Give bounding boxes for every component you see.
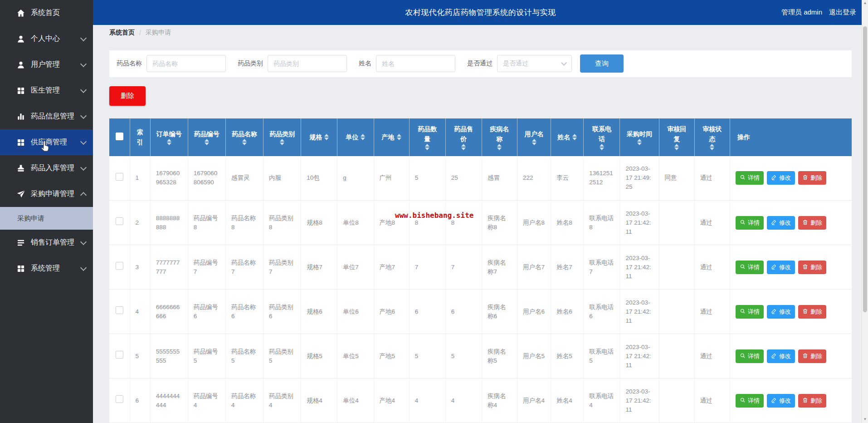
column-header-规格[interactable]: 规格 bbox=[301, 118, 337, 156]
detail-button[interactable]: 详情 bbox=[736, 394, 764, 408]
sidebar-item-10[interactable]: 系统管理 bbox=[0, 256, 93, 281]
row-checkbox[interactable] bbox=[116, 217, 123, 225]
query-button[interactable]: 查询 bbox=[580, 54, 624, 73]
column-header-用户名[interactable]: 用户名 bbox=[517, 118, 551, 156]
column-header-inner: 审核状态 bbox=[700, 124, 724, 150]
edit-button[interactable]: 修改 bbox=[767, 216, 795, 230]
sidebar-item-6[interactable]: 供应商管理 bbox=[0, 129, 93, 155]
column-header-产地[interactable]: 产地 bbox=[374, 118, 409, 156]
sort-icon[interactable] bbox=[710, 144, 714, 150]
sort-icon[interactable] bbox=[324, 134, 329, 140]
sort-icon[interactable] bbox=[674, 144, 679, 150]
sort-icon[interactable] bbox=[497, 144, 502, 150]
column-header-药品类别[interactable]: 药品类别 bbox=[263, 118, 301, 156]
sidebar-item-3[interactable]: 用户管理 bbox=[0, 52, 93, 78]
detail-button[interactable]: 详情 bbox=[736, 349, 764, 363]
sidebar-item-2[interactable]: 个人中心 bbox=[0, 26, 93, 52]
app-root: 系统首页个人中心用户管理医生管理药品信息管理供应商管理药品入库管理采购申请管理采… bbox=[0, 0, 868, 423]
detail-button[interactable]: 详情 bbox=[736, 216, 764, 230]
edit-button[interactable]: 修改 bbox=[767, 261, 795, 274]
column-header-药品数量[interactable]: 药品数量 bbox=[409, 118, 445, 156]
row-checkbox[interactable] bbox=[116, 262, 123, 270]
search-input-2[interactable] bbox=[268, 55, 347, 72]
action-label: 修改 bbox=[779, 174, 791, 182]
column-header-联系电话[interactable]: 联系电话 bbox=[584, 118, 620, 156]
edit-button[interactable]: 修改 bbox=[767, 305, 795, 319]
cell-审核回复: 同意 bbox=[659, 156, 694, 201]
cell-单位: 单位8 bbox=[337, 201, 374, 245]
breadcrumb-home[interactable]: 系统首页 bbox=[109, 29, 135, 37]
detail-button[interactable]: 详情 bbox=[736, 171, 764, 185]
admin-user-link[interactable]: 管理员 admin bbox=[781, 8, 822, 17]
row-checkbox[interactable] bbox=[116, 306, 123, 314]
column-header-审核回复[interactable]: 审核回复 bbox=[659, 118, 694, 156]
scrollbar-thumb[interactable] bbox=[863, 26, 867, 312]
row-checkbox[interactable] bbox=[116, 173, 123, 181]
scrollbar-down-icon[interactable]: ▼ bbox=[862, 417, 868, 422]
delete-button[interactable]: 删除 bbox=[798, 305, 826, 319]
cell-联系电话: 联系电话8 bbox=[584, 201, 620, 245]
sort-icon[interactable] bbox=[167, 139, 171, 145]
cell-审核状态: 通过 bbox=[694, 290, 730, 334]
sort-icon[interactable] bbox=[205, 139, 209, 145]
delete-button[interactable]: 删除 bbox=[798, 261, 826, 274]
search-input-1[interactable] bbox=[146, 55, 226, 72]
sidebar-item-8[interactable]: 采购申请管理 bbox=[0, 181, 93, 207]
edit-button[interactable]: 修改 bbox=[767, 394, 795, 408]
logout-link[interactable]: 退出登录 bbox=[829, 8, 856, 17]
delete-button[interactable]: 删除 bbox=[798, 171, 826, 185]
sort-icon[interactable] bbox=[572, 134, 577, 140]
search-select[interactable]: 是否通过 bbox=[497, 55, 572, 72]
column-header-审核状态[interactable]: 审核状态 bbox=[694, 118, 730, 156]
vertical-scrollbar[interactable]: ▲ ▼ bbox=[862, 0, 868, 423]
sort-icon[interactable] bbox=[397, 134, 401, 140]
sort-icon[interactable] bbox=[361, 134, 365, 140]
column-header-索引: 索引 bbox=[130, 118, 150, 156]
cell-疾病名称: 疾病名称6 bbox=[482, 290, 517, 334]
cell-姓名: 姓名7 bbox=[551, 245, 584, 290]
cell-订单编号: 5555555555 bbox=[150, 334, 188, 379]
delete-button[interactable]: 删除 bbox=[798, 349, 826, 363]
column-header-订单编号[interactable]: 订单编号 bbox=[150, 118, 188, 156]
edit-button[interactable]: 修改 bbox=[767, 349, 795, 363]
row-checkbox[interactable] bbox=[116, 351, 123, 359]
sort-icon[interactable] bbox=[637, 139, 642, 145]
trash-icon bbox=[802, 174, 808, 182]
search-input-3[interactable] bbox=[376, 55, 455, 72]
select-all-checkbox[interactable] bbox=[116, 133, 123, 140]
sort-icon[interactable] bbox=[600, 144, 604, 150]
column-header-药品编号[interactable]: 药品编号 bbox=[188, 118, 225, 156]
column-header-单位[interactable]: 单位 bbox=[337, 118, 374, 156]
column-header-药品名称[interactable]: 药品名称 bbox=[225, 118, 263, 156]
sidebar-item-1[interactable]: 系统首页 bbox=[0, 0, 93, 26]
delete-button[interactable]: 删除 bbox=[798, 216, 826, 230]
search-field-label: 药品类别 bbox=[238, 59, 263, 68]
sort-icon[interactable] bbox=[425, 144, 429, 150]
cell-规格: 规格8 bbox=[301, 201, 337, 245]
detail-button[interactable]: 详情 bbox=[736, 261, 764, 274]
sidebar-item-7[interactable]: 药品入库管理 bbox=[0, 155, 93, 181]
cell-订单编号: 8888888888 bbox=[150, 201, 188, 245]
column-header-疾病名称[interactable]: 疾病名称 bbox=[482, 118, 517, 156]
sidebar-item-4[interactable]: 医生管理 bbox=[0, 78, 93, 103]
cell-药品名称: 药品名称6 bbox=[225, 290, 263, 334]
column-header-姓名[interactable]: 姓名 bbox=[551, 118, 584, 156]
scrollbar-up-icon[interactable]: ▲ bbox=[862, 0, 868, 6]
row-checkbox[interactable] bbox=[116, 395, 123, 403]
table-row: 28888888888药品编号8药品名称8药品类别8规格8单位8产地888疾病名… bbox=[109, 201, 852, 245]
bulk-delete-button[interactable]: 删除 bbox=[109, 86, 146, 106]
sort-icon[interactable] bbox=[242, 139, 247, 145]
delete-button[interactable]: 删除 bbox=[798, 394, 826, 408]
sidebar-subitem-采购申请[interactable]: 采购申请 bbox=[0, 207, 93, 230]
sort-icon[interactable] bbox=[461, 144, 466, 150]
edit-button[interactable]: 修改 bbox=[767, 171, 795, 185]
cell-索引: 2 bbox=[130, 201, 150, 245]
column-header-药品售价[interactable]: 药品售价 bbox=[445, 118, 482, 156]
sort-icon[interactable] bbox=[280, 139, 284, 145]
sidebar-item-5[interactable]: 药品信息管理 bbox=[0, 103, 93, 129]
detail-button[interactable]: 详情 bbox=[736, 305, 764, 319]
sort-icon[interactable] bbox=[532, 139, 536, 145]
sidebar-item-9[interactable]: 销售订单管理 bbox=[0, 230, 93, 256]
column-header-采购时间[interactable]: 采购时间 bbox=[620, 118, 659, 156]
column-header-checkbox[interactable] bbox=[109, 118, 130, 156]
